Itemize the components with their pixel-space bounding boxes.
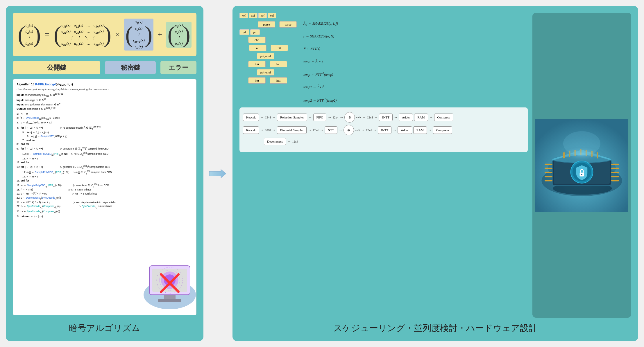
s1: s1(x) <box>135 20 142 25</box>
label-12x4-2: 12x4 <box>367 116 373 119</box>
cbd-block: cbd <box>248 37 266 43</box>
svg-rect-22 <box>545 164 552 165</box>
svg-rect-23 <box>545 168 552 169</box>
label-12x4-1: 12x4 <box>332 116 338 119</box>
top-flow: xof xof xof xof parse parse <box>239 13 528 103</box>
right-content: xof xof xof xof parse parse <box>239 13 631 318</box>
public-key-label: 公開鍵 <box>13 61 100 74</box>
left-panel-label: 暗号アルゴリズム <box>13 322 196 334</box>
arrow-12: → <box>308 128 312 132</box>
multiplier-2: ⊗ <box>344 125 354 135</box>
svg-point-44 <box>563 131 600 156</box>
arrow-15: → <box>361 128 365 132</box>
a21: a21(x) <box>61 29 71 34</box>
ram-2: RAM <box>413 126 427 134</box>
arrow-4: → <box>328 115 331 120</box>
arrow-3: → <box>308 115 312 120</box>
b-vector: ( b1(x) b2(x) ⋮ bn(x) ) <box>18 23 41 46</box>
e-dots: ⋮ <box>177 35 181 40</box>
adder-2: Adder <box>398 126 412 134</box>
secret-key-label: 秘密鍵 <box>105 61 156 74</box>
fifo-box: FIFO <box>313 114 327 121</box>
main-container: ( b1(x) b2(x) ⋮ bn(x) ) = ( a11(x) a12(x… <box>6 6 638 341</box>
hw-row-1: Keccak → 1344 → Rejection Sampler → FIFO… <box>243 112 524 123</box>
arrow-13: → <box>320 128 323 132</box>
adots4: ⋮ <box>92 35 95 40</box>
xof-block-1: xof <box>239 13 248 18</box>
svg-rect-30 <box>611 176 619 177</box>
arrow-9: → <box>429 115 433 120</box>
arrow-2: → <box>272 115 276 120</box>
svg-rect-7 <box>164 295 176 299</box>
polymul1-row: polymul <box>257 53 298 59</box>
stage-blocks-left: xof xof xof xof parse parse <box>239 13 298 103</box>
polymul1-block: polymul <box>257 53 274 59</box>
bn: bn(x) <box>26 41 33 46</box>
svg-rect-28 <box>611 168 619 169</box>
algo-desc: Uses the encryption key to encrypt a pla… <box>17 88 193 91</box>
intt1-row: intt intt <box>248 61 298 67</box>
adder-1: Adder <box>399 114 413 121</box>
algo-title: Algorithm 13 K-PKE.Encrypt(ekPKE, m, r) <box>17 83 193 87</box>
a-row1: a11(x) a12(x) … a1m(x) <box>62 23 104 28</box>
b-vector-content: b1(x) b2(x) ⋮ bn(x) <box>26 23 33 46</box>
intt1-block-1: intt <box>248 61 266 67</box>
keccak-1: Keccak <box>243 114 259 121</box>
a1dots: … <box>87 23 90 28</box>
s-vector: ( s1(x) s2(x) ⋮ sm−1(x) sm(x) ) <box>124 19 153 51</box>
svg-rect-8 <box>158 299 181 302</box>
arrow-5: → <box>339 115 343 120</box>
svg-rect-24 <box>545 172 552 173</box>
robot-image <box>141 254 199 318</box>
anm: anm(x) <box>94 41 103 46</box>
svg-rect-25 <box>545 176 552 177</box>
ntt-block-2: ntt <box>271 45 288 51</box>
polymul2-block: polymul <box>257 69 274 75</box>
left-bracket-a: ( <box>54 23 62 46</box>
right-bracket-a: ) <box>104 23 112 46</box>
algo-steps: 1: N ← 0 2: t̂ ← ByteDecode12(ekPKE[0 : … <box>17 112 193 219</box>
formula-polymul2: temp2 ← t̂ ∘ r̂ <box>303 85 338 89</box>
formula-polymul1: temp ← Â ∘ ŝ <box>303 59 338 64</box>
robot-svg <box>141 254 199 318</box>
a-row3: ⋮ ⋮ ⋱ ⋮ <box>70 35 95 40</box>
algo-input1: Input: encryption key ekPKE ∈ B384k+32 <box>17 93 193 97</box>
label-12x4-5: 12x4 <box>292 140 298 143</box>
intt-2: INTT <box>378 126 391 134</box>
algo-output: Output: ciphertext c ∈ B32(duk+dv) <box>17 107 193 110</box>
e-vector: ( e1(x) e2(x) ⋮ en(x) ) <box>166 22 192 48</box>
xof-block-2: xof <box>249 13 257 18</box>
adots1: ⋮ <box>70 35 74 40</box>
formula-ntt: r̂ ← NTT(s) <box>303 47 338 51</box>
matrix-labels: 公開鍵 秘密鍵 エラー <box>13 61 196 74</box>
left-bracket-b: ( <box>18 23 26 46</box>
label-12x4-3: 12x4 <box>313 129 319 132</box>
xof-row: xof xof xof xof <box>239 13 298 18</box>
keccak-2: Keccak <box>243 126 259 134</box>
ntt-box: NTT <box>325 126 337 134</box>
arrow-10: → <box>260 128 264 132</box>
svg-rect-26 <box>545 180 552 181</box>
a1m: a1m(x) <box>94 23 103 28</box>
decompress-box: Decompress <box>264 138 286 145</box>
compress-2: Compress <box>433 126 452 134</box>
arrow-1: → <box>260 115 264 120</box>
polymul2-row: polymul <box>257 69 298 75</box>
label-1088: 1088 <box>265 129 271 132</box>
intt2-row: intt intt <box>248 77 298 84</box>
ram-1: RAM <box>414 114 428 121</box>
b1: b1(x) <box>26 23 33 28</box>
arrow-7: → <box>374 115 378 120</box>
xof-block-3: xof <box>258 13 267 18</box>
right-bracket-b: ) <box>33 23 41 46</box>
arrow-19: → <box>287 139 291 144</box>
a11: a11(x) <box>62 23 71 28</box>
left-bracket-e: ( <box>167 23 175 46</box>
matrix-equation-area: ( b1(x) b2(x) ⋮ bn(x) ) = ( a11(x) a12(x… <box>13 13 196 56</box>
hw-diagram: Keccak → 1344 → Rejection Sampler → FIFO… <box>239 107 528 152</box>
arrow-8: → <box>394 115 398 120</box>
arrow-17: → <box>393 128 396 132</box>
intt1-block-2: intt <box>270 61 287 67</box>
right-panel: xof xof xof xof parse parse <box>232 6 638 341</box>
en: en(x) <box>175 41 183 46</box>
